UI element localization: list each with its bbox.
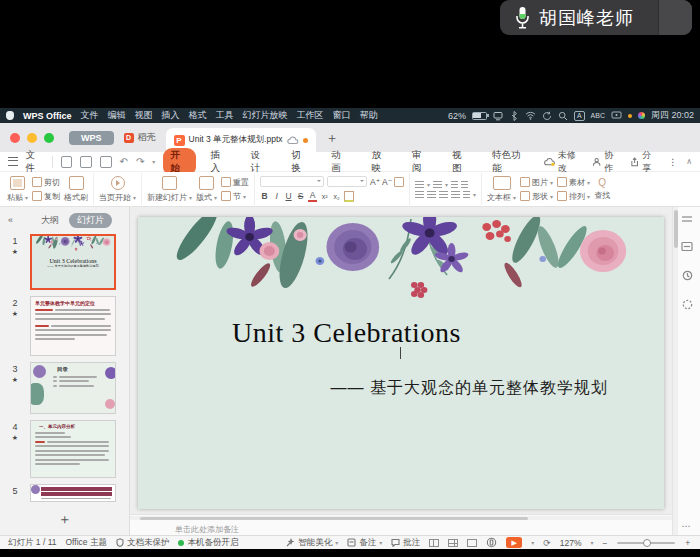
notes-button[interactable]: 备注 ▾ bbox=[347, 537, 382, 549]
apple-logo-icon[interactable] bbox=[6, 111, 14, 120]
menubar-app-name[interactable]: WPS Office bbox=[23, 111, 72, 121]
bullets-button[interactable] bbox=[415, 181, 424, 188]
beautify-button[interactable]: 智能美化 ▾ bbox=[286, 537, 338, 549]
print-button[interactable] bbox=[80, 156, 92, 168]
menu-format[interactable]: 格式 bbox=[189, 109, 207, 122]
font-family-select[interactable] bbox=[260, 176, 324, 187]
close-window-button[interactable] bbox=[10, 133, 20, 143]
picture-button[interactable]: 图片▾ bbox=[520, 177, 553, 188]
tab-slides[interactable]: 幻灯片 bbox=[69, 213, 112, 228]
line-spacing-button[interactable] bbox=[463, 191, 470, 198]
increase-font-button[interactable]: A⁺ bbox=[370, 177, 379, 187]
slide-sorter-view-button[interactable] bbox=[448, 539, 458, 547]
menu-tools[interactable]: 工具 bbox=[216, 109, 234, 122]
zoom-in-button[interactable]: ＋ bbox=[684, 537, 693, 549]
menubar-clock[interactable]: 周四 20:02 bbox=[651, 109, 694, 122]
minimize-window-button[interactable] bbox=[27, 133, 37, 143]
display-icon[interactable] bbox=[493, 111, 503, 121]
slide-thumbnail-3[interactable]: 目录 bbox=[30, 362, 116, 414]
menu-window[interactable]: 窗口 bbox=[333, 109, 351, 122]
subscript-button[interactable]: x₂ bbox=[332, 193, 341, 200]
ribbon-more-icon[interactable]: ⋮ bbox=[668, 157, 677, 167]
undo-button[interactable]: ↶ bbox=[120, 157, 128, 167]
zoom-chevron-icon[interactable]: ▾ bbox=[591, 539, 594, 546]
shapes-button[interactable]: 形状▾ bbox=[520, 191, 553, 202]
backup-status[interactable]: 本机备份开启 bbox=[178, 537, 238, 549]
italic-button[interactable]: I bbox=[272, 191, 281, 201]
clear-format-icon[interactable] bbox=[394, 177, 404, 187]
horizontal-scrollbar[interactable] bbox=[130, 516, 672, 520]
decrease-font-button[interactable]: A⁻ bbox=[382, 177, 391, 187]
current-slide[interactable]: Unit 3 Celebrations —— 基于大观念的单元整体教学规划 bbox=[138, 217, 664, 509]
reset-button[interactable]: 重置 bbox=[221, 177, 249, 188]
justify-button[interactable] bbox=[451, 191, 460, 198]
slide-thumbnail-4[interactable]: 一、单元内容分析 bbox=[30, 420, 116, 478]
preview-button[interactable] bbox=[100, 156, 112, 168]
copy-button[interactable]: 复制 bbox=[32, 191, 60, 202]
theme-name[interactable]: Office 主题 bbox=[66, 537, 107, 549]
spotlight-icon[interactable] bbox=[558, 111, 568, 121]
assets-button[interactable]: 素材▾ bbox=[557, 177, 590, 188]
new-tab-button[interactable]: ＋ bbox=[326, 129, 339, 147]
docer-tab[interactable]: D 稻壳 bbox=[114, 123, 166, 152]
phone-remote-icon[interactable] bbox=[486, 537, 497, 548]
collapse-panel-button[interactable]: « bbox=[8, 215, 13, 225]
underline-button[interactable]: U bbox=[284, 191, 293, 201]
sync-icon[interactable] bbox=[542, 111, 552, 121]
horizontal-scrollbar-thumb[interactable] bbox=[140, 517, 528, 520]
increase-indent-button[interactable] bbox=[461, 181, 468, 188]
cut-button[interactable]: 剪切 bbox=[32, 177, 60, 188]
arrange-button[interactable]: 排列▾ bbox=[557, 191, 590, 202]
superscript-button[interactable]: x² bbox=[320, 193, 329, 200]
menu-edit[interactable]: 编辑 bbox=[108, 109, 126, 122]
zoom-slider-knob[interactable] bbox=[643, 539, 651, 547]
play-mode-chevron-icon[interactable]: ▾ bbox=[531, 539, 534, 546]
properties-pane-icon[interactable] bbox=[681, 215, 693, 223]
menu-workspace[interactable]: 工作区 bbox=[297, 109, 324, 122]
redo-button[interactable]: ↷ bbox=[136, 157, 144, 167]
bluetooth-icon[interactable] bbox=[509, 111, 519, 121]
animation-pane-icon[interactable] bbox=[681, 241, 693, 252]
play-from-current-button[interactable]: 当页开始▾ bbox=[99, 176, 136, 203]
slide-title[interactable]: Unit 3 Celebrations bbox=[232, 317, 461, 349]
share-button[interactable]: 分享 bbox=[630, 149, 659, 175]
zoom-window-button[interactable] bbox=[44, 133, 54, 143]
menu-help[interactable]: 帮助 bbox=[360, 109, 378, 122]
highlight-button[interactable] bbox=[344, 191, 354, 202]
normal-view-button[interactable] bbox=[429, 539, 439, 547]
main-menu-icon[interactable] bbox=[8, 157, 18, 166]
menu-slideshow[interactable]: 幻灯片放映 bbox=[243, 109, 288, 122]
zoom-level[interactable]: 127% bbox=[560, 538, 582, 548]
ime-caps-label[interactable]: ABC bbox=[591, 112, 605, 119]
tab-outline[interactable]: 大纲 bbox=[41, 214, 59, 227]
align-center-button[interactable] bbox=[427, 191, 436, 198]
numbering-button[interactable] bbox=[433, 181, 442, 188]
font-size-select[interactable] bbox=[327, 176, 367, 187]
reading-view-button[interactable] bbox=[467, 539, 477, 547]
sync-status[interactable]: 未修改 bbox=[544, 149, 583, 175]
decrease-indent-button[interactable] bbox=[451, 181, 458, 188]
layout-button[interactable]: 版式▾ bbox=[196, 176, 217, 203]
screen-share-icon[interactable] bbox=[611, 111, 622, 120]
find-button[interactable]: Q 查找 bbox=[594, 177, 610, 201]
slide-thumbnail-1[interactable]: Unit 3 Celebrations —— 基于大观念的单元整体教学规划 bbox=[30, 234, 116, 290]
loop-icon[interactable]: ⟳ bbox=[543, 538, 551, 548]
input-method-icon[interactable]: A bbox=[574, 111, 585, 121]
textbox-button[interactable]: 文本框▾ bbox=[487, 176, 516, 203]
file-menu-button[interactable]: 文件 bbox=[26, 149, 44, 175]
add-slide-button[interactable]: ＋ bbox=[0, 507, 129, 535]
more-panes-icon[interactable]: ⋯ bbox=[673, 521, 700, 531]
section-button[interactable]: 节▾ bbox=[221, 191, 249, 202]
save-button[interactable] bbox=[61, 156, 73, 168]
slideshow-play-button[interactable]: ▶ bbox=[506, 537, 522, 548]
align-left-button[interactable] bbox=[415, 191, 424, 198]
collaborate-button[interactable]: 协作 bbox=[592, 149, 621, 175]
collapse-ribbon-icon[interactable]: ∧ bbox=[686, 157, 692, 166]
menu-insert[interactable]: 插入 bbox=[162, 109, 180, 122]
format-painter-button[interactable]: 格式刷 bbox=[64, 176, 88, 203]
zoom-slider[interactable] bbox=[617, 542, 675, 544]
control-center-icon[interactable] bbox=[638, 112, 645, 119]
vertical-scrollbar-thumb[interactable] bbox=[674, 210, 678, 248]
menu-file[interactable]: 文件 bbox=[81, 109, 99, 122]
protection-status[interactable]: 文档未保护 bbox=[116, 537, 170, 549]
